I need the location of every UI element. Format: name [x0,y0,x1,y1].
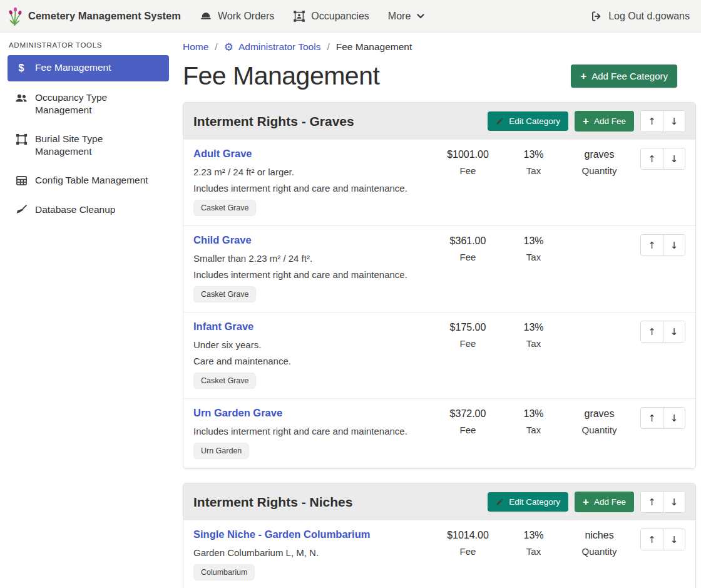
fee-name-link[interactable]: Adult Grave [193,148,252,160]
fee-move-group: ↑ ↓ [640,321,685,343]
edit-category-button[interactable]: Edit Category [488,492,568,512]
category-rows: Adult Grave 2.23 m² / 24 ft² or larger.I… [183,140,695,468]
arrow-down-icon[interactable]: ↓ [663,321,685,342]
occupancy-frame-icon [293,10,305,23]
logout-link[interactable]: Log Out d.gowans [590,10,690,23]
fee-amount-label: Fee [460,165,476,176]
fee-description-line: 2.23 m² / 24 ft² or larger. [193,167,432,177]
quantity-cell: graves Quantity [563,407,635,435]
fee-category-panel: Interment Rights - Graves Edit Category … [183,102,696,469]
sidebar-item-fee-management[interactable]: $ Fee Management [8,55,169,81]
add-fee-category-label: Add Fee Category [591,71,668,81]
fee-info: Single Niche - Garden Columbarium Garden… [193,529,432,580]
tax-label: Tax [526,165,541,176]
fee-amount-cell: $361.00 Fee [432,234,504,262]
plus-icon: + [583,497,589,507]
fee-type-badge: Casket Grave [193,200,256,216]
log-out-icon [590,10,603,23]
quantity-value: graves [584,149,614,160]
table-icon [15,175,28,187]
fee-name-link[interactable]: Child Grave [193,234,252,246]
fee-move-group: ↑ ↓ [640,234,685,256]
dollar-icon: $ [15,62,28,75]
category-move-group: ↑ ↓ [640,110,685,132]
add-fee-label: Add Fee [594,497,626,507]
category-actions: Edit Category + Add Fee ↑ ↓ [488,491,685,513]
chevron-down-icon [416,12,425,21]
sidebar-item-label: Fee Management [35,61,111,74]
fee-name-link[interactable]: Infant Grave [193,321,253,333]
arrow-up-icon[interactable]: ↑ [641,321,663,342]
edit-category-button[interactable]: Edit Category [488,111,568,131]
fee-description-line: Includes interment right and care and ma… [193,183,432,193]
fee-amount-label: Fee [460,546,476,557]
main-content: Home / ⚙ Administrator Tools / Fee Manag… [177,33,701,588]
category-title: Interment Rights - Niches [193,495,352,510]
tax-cell: 13% Tax [504,529,563,557]
sidebar-item-label: Database Cleanup [35,204,115,216]
page-header: Fee Management + Add Fee Category [183,55,696,102]
tax-label: Tax [526,546,541,557]
fee-amount-value: $1001.00 [447,149,489,160]
arrow-up-icon[interactable]: ↑ [641,492,663,512]
tax-value: 13% [523,322,543,333]
sidebar-item-burial-site-type-management[interactable]: Burial Site Type Management [8,126,169,164]
arrow-up-icon[interactable]: ↑ [641,235,663,255]
arrow-down-icon[interactable]: ↓ [663,111,685,132]
fee-name-link[interactable]: Single Niche - Garden Columbarium [193,529,370,540]
nav-occupancies[interactable]: Occupancies [293,10,369,23]
sidebar-item-occupancy-type-management[interactable]: Occupancy Type Management [8,85,169,123]
fee-move-group: ↑ ↓ [640,529,685,550]
tax-label: Tax [526,338,541,349]
fee-name-link[interactable]: Urn Garden Grave [193,407,282,419]
arrow-up-icon[interactable]: ↑ [641,111,663,132]
fee-amount-cell: $372.00 Fee [432,407,504,435]
breadcrumb-current: Fee Management [336,41,412,53]
add-fee-category-button[interactable]: + Add Fee Category [571,64,677,88]
vector-square-icon [15,133,28,145]
quantity-label: Quantity [582,425,617,435]
arrow-up-icon[interactable]: ↑ [641,148,663,169]
fee-amount-label: Fee [460,252,476,262]
add-fee-label: Add Fee [594,116,626,126]
fee-type-badge: Urn Garden [193,443,249,459]
breadcrumb-home[interactable]: Home [183,41,208,53]
arrow-down-icon[interactable]: ↓ [663,235,685,255]
quantity-label: Quantity [582,165,617,176]
tax-cell: 13% Tax [504,234,563,262]
arrow-up-icon[interactable]: ↑ [641,408,663,428]
arrow-down-icon[interactable]: ↓ [663,529,685,550]
fee-description-line: Care and maintenance. [193,356,432,366]
nav-work-orders[interactable]: Work Orders [200,10,274,23]
sidebar-item-database-cleanup[interactable]: Database Cleanup [8,197,169,222]
breadcrumb-home-label: Home [183,41,208,53]
pencil-icon [496,117,504,125]
arrow-down-icon[interactable]: ↓ [663,408,685,428]
category-move-group: ↑ ↓ [640,491,685,513]
fee-amount-value: $372.00 [450,408,486,420]
users-icon [15,92,28,105]
fee-descriptions: 2.23 m² / 24 ft² or larger.Includes inte… [193,167,432,193]
fee-row: Adult Grave 2.23 m² / 24 ft² or larger.I… [183,140,695,226]
arrow-down-icon[interactable]: ↓ [663,492,685,512]
sidebar-item-config-table-management[interactable]: Config Table Management [8,168,169,193]
fee-amount-cell: $1014.00 Fee [432,529,504,557]
add-fee-button[interactable]: + Add Fee [575,111,634,132]
category-rows: Single Niche - Garden Columbarium Garden… [183,520,695,588]
nav-more[interactable]: More [388,11,425,22]
tax-label: Tax [526,252,541,262]
add-fee-button[interactable]: + Add Fee [575,492,634,512]
arrow-down-icon[interactable]: ↓ [663,148,685,169]
fee-info: Infant Grave Under six years.Care and ma… [193,321,432,389]
nav-work-orders-label: Work Orders [218,11,274,22]
breadcrumb-separator: / [327,41,329,53]
fee-description-line: Smaller than 2.23 m² / 24 ft². [193,253,432,264]
arrow-up-icon[interactable]: ↑ [641,529,663,550]
fee-amount-value: $361.00 [450,235,486,247]
fee-category-panel: Interment Rights - Niches Edit Category … [183,483,696,588]
fee-amount-label: Fee [460,338,476,349]
plus-icon: + [580,71,586,81]
breadcrumb-admin-tools[interactable]: ⚙ Administrator Tools [224,41,321,53]
quantity-label: Quantity [582,546,617,557]
category-actions: Edit Category + Add Fee ↑ ↓ [488,110,685,132]
